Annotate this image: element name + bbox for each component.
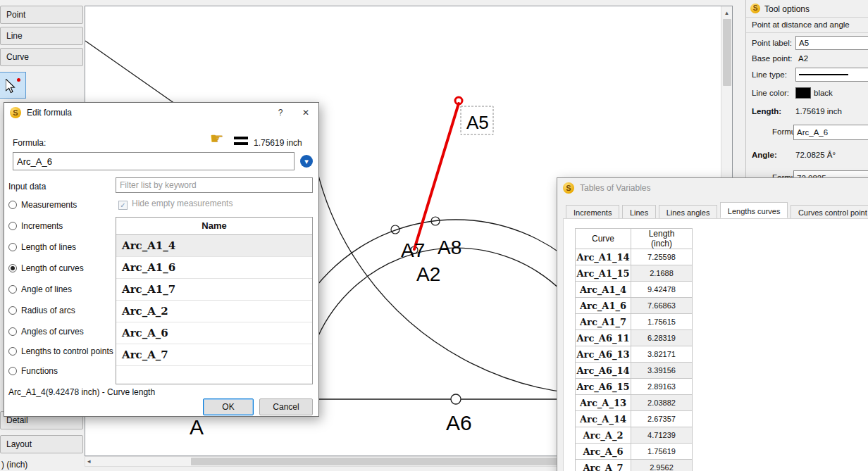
dialog-title-bar[interactable]: Edit formula ? ✕ — [4, 103, 318, 123]
curve-name[interactable]: Arc_A6_14 — [576, 363, 631, 379]
curve-length[interactable]: 4.71239 — [631, 427, 693, 444]
curve-length[interactable]: 2.9562 — [631, 460, 693, 471]
active-point-a5[interactable] — [455, 97, 462, 104]
curve-length[interactable]: 1.75619 — [631, 444, 693, 460]
curve-name[interactable]: Arc_A1_7 — [576, 314, 631, 330]
table-row[interactable]: Arc_A_132.03882 — [576, 395, 693, 411]
point-label-a6[interactable]: A6 — [446, 411, 472, 434]
filter-input[interactable] — [116, 177, 313, 193]
tab-lengths-curves[interactable]: Lengths curves — [720, 202, 788, 218]
curve-name[interactable]: Arc_A_14 — [576, 411, 631, 427]
vertical-scroll-thumb[interactable] — [723, 19, 731, 86]
curve-name[interactable]: Arc_A6_11 — [576, 330, 631, 346]
tab-lines-angles[interactable]: Lines angles — [659, 205, 718, 220]
curve-length[interactable]: 3.39156 — [631, 363, 693, 379]
tab-lines[interactable]: Lines — [622, 205, 656, 220]
table-row[interactable]: Arc_A1_67.66863 — [576, 298, 693, 314]
table-row[interactable]: Arc_A1_152.1688 — [576, 265, 693, 282]
line-color-value[interactable]: black — [814, 89, 833, 97]
curve-length[interactable]: 1.75615 — [631, 314, 693, 330]
line-type-dropdown[interactable] — [795, 68, 868, 82]
tab-curves-control-point[interactable]: Curves control point len — [790, 205, 868, 220]
table-row[interactable]: Arc_A1_147.25598 — [576, 249, 693, 265]
table-row[interactable]: Arc_A6_133.82171 — [576, 346, 693, 363]
list-item[interactable]: Arc_A1_4 — [116, 235, 312, 257]
mouse-cursor-icon — [6, 79, 17, 94]
active-red-line[interactable] — [414, 103, 459, 249]
point-label-a2[interactable]: A2 — [416, 263, 440, 285]
tool-button-line[interactable]: Line — [0, 27, 83, 45]
point-label-a7[interactable]: A7 — [401, 239, 425, 261]
formula-input[interactable] — [13, 152, 294, 170]
tool-button-point[interactable]: Point — [0, 6, 83, 24]
curve-name[interactable]: Arc_A6_15 — [576, 379, 631, 395]
curve-name[interactable]: Arc_A_13 — [576, 395, 631, 411]
radio-angle-of-lines[interactable]: Angle of lines — [8, 284, 72, 294]
curve-length[interactable]: 2.67357 — [631, 411, 693, 427]
point-label-a[interactable]: A — [190, 415, 204, 439]
seamly-logo-icon — [563, 182, 574, 194]
curve-name[interactable]: Arc_A1_4 — [576, 282, 631, 298]
mode-button-layout[interactable]: Layout — [0, 435, 83, 453]
curve-name[interactable]: Arc_A1_6 — [576, 298, 631, 314]
radio-measurements[interactable]: Measurements — [8, 200, 77, 210]
curve-length[interactable]: 2.89163 — [631, 379, 693, 395]
hide-empty-checkbox[interactable]: Hide empty measurements — [118, 199, 232, 210]
length-formula-input[interactable]: Arc_A_6 — [793, 125, 868, 140]
close-button[interactable]: ✕ — [293, 103, 318, 123]
point-marker-a6[interactable] — [451, 394, 461, 404]
radio-length-of-curves[interactable]: Length of curves — [8, 263, 84, 273]
radio-angles-of-curves[interactable]: Angles of curves — [8, 327, 84, 337]
table-row[interactable]: Arc_A6_116.28319 — [576, 330, 693, 346]
table-row[interactable]: Arc_A_142.67357 — [576, 411, 693, 427]
list-item[interactable]: Arc_A1_7 — [116, 279, 312, 301]
curve-length[interactable]: 2.03882 — [631, 395, 693, 411]
edit-formula-dialog: Edit formula ? ✕ Formula: ☛ 1.75619 inch… — [4, 102, 319, 417]
table-row[interactable]: Arc_A6_152.89163 — [576, 379, 693, 395]
point-label-a8[interactable]: A8 — [438, 237, 461, 258]
curve-length[interactable]: 9.42478 — [631, 282, 693, 298]
expand-formula-icon[interactable]: ▾ — [300, 155, 313, 168]
list-item[interactable]: Arc_A_2 — [116, 301, 312, 322]
point-label-input[interactable]: A5 — [795, 36, 868, 50]
table-row[interactable]: Arc_A6_143.39156 — [576, 363, 693, 379]
horizontal-scroll-thumb[interactable] — [191, 458, 559, 465]
line-color-swatch[interactable] — [795, 87, 811, 99]
curve-length[interactable]: 6.28319 — [631, 330, 693, 346]
scroll-up-icon[interactable]: ▴ — [721, 9, 732, 16]
cancel-button[interactable]: Cancel — [259, 398, 313, 415]
scroll-left-icon[interactable]: ◂ — [87, 458, 91, 465]
curve-length[interactable]: 3.82171 — [631, 346, 693, 363]
curve-name[interactable]: Arc_A_7 — [576, 460, 631, 471]
table-row[interactable]: Arc_A1_71.75615 — [576, 314, 693, 330]
curve-name[interactable]: Arc_A1_15 — [576, 265, 631, 282]
list-item[interactable]: Arc_A_7 — [116, 344, 312, 366]
ok-button[interactable]: OK — [203, 398, 254, 415]
angle-value: 72.0825 Â° — [795, 151, 836, 159]
layout-label: Layout — [6, 439, 32, 449]
list-item[interactable]: Arc_A_6 — [116, 322, 312, 344]
point-label-a5[interactable]: A5 — [466, 112, 489, 133]
list-item[interactable]: Arc_A1_6 — [116, 257, 312, 279]
tab-increments[interactable]: Increments — [566, 205, 619, 220]
curve-length[interactable]: 7.25598 — [631, 249, 693, 265]
radio-length-of-lines[interactable]: Length of lines — [8, 242, 76, 252]
table-row[interactable]: Arc_A_61.75619 — [576, 444, 693, 460]
radio-increments[interactable]: Increments — [8, 221, 63, 231]
table-row[interactable]: Arc_A1_49.42478 — [576, 282, 693, 298]
radio-functions[interactable]: Functions — [8, 366, 58, 376]
help-button[interactable]: ? — [268, 103, 293, 123]
curve-length[interactable]: 2.1688 — [631, 265, 693, 282]
curve-name[interactable]: Arc_A1_14 — [576, 249, 631, 265]
table-row[interactable]: Arc_A_72.9562 — [576, 460, 693, 471]
radio-lengths-to-control-points[interactable]: Lengths to control points — [8, 346, 113, 356]
curve-name[interactable]: Arc_A_2 — [576, 427, 631, 444]
curve-length[interactable]: 7.66863 — [631, 298, 693, 314]
radio-radius-of-arcs[interactable]: Radius of arcs — [8, 306, 75, 315]
curve-name[interactable]: Arc_A_6 — [576, 444, 631, 460]
curve-name[interactable]: Arc_A6_13 — [576, 346, 631, 363]
hand-pointer-icon[interactable]: ☛ — [210, 130, 224, 148]
tool-button-curve[interactable]: Curve — [0, 48, 83, 66]
variables-title-bar[interactable]: Tables of Variables — [557, 178, 868, 198]
table-row[interactable]: Arc_A_24.71239 — [576, 427, 693, 444]
